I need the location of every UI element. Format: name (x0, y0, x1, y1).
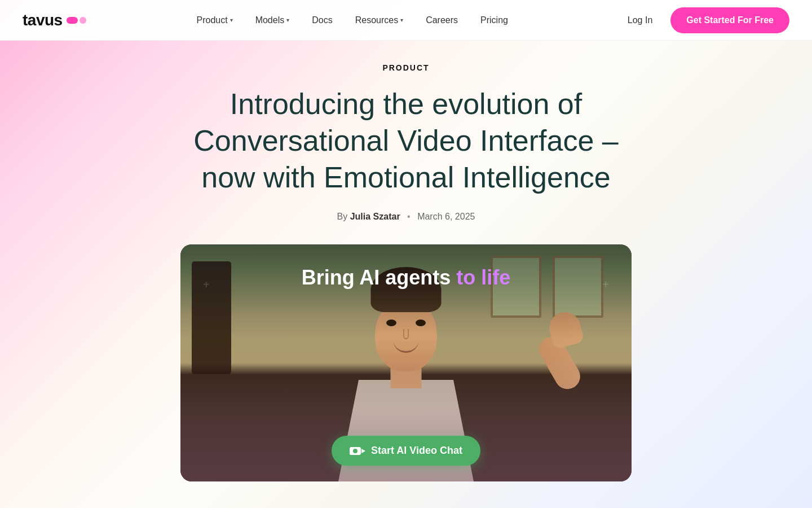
nav-label-pricing: Pricing (480, 15, 508, 25)
chevron-down-icon-resources: ▾ (400, 17, 403, 23)
main-content: PRODUCT Introducing the evolution of Con… (0, 0, 812, 508)
nav-item-models[interactable]: Models ▾ (246, 11, 299, 30)
hero-title: Introducing the evolution of Conversatio… (175, 86, 637, 196)
login-button[interactable]: Log In (619, 11, 661, 30)
svg-marker-2 (361, 449, 365, 453)
get-started-button[interactable]: Get Started For Free (670, 7, 789, 33)
nav-label-docs: Docs (312, 15, 332, 25)
nav-item-docs[interactable]: Docs (303, 11, 341, 30)
video-title-container: Bring AI agents to life (180, 266, 632, 290)
chat-button-container: Start AI Video Chat (332, 436, 480, 466)
nav-item-pricing[interactable]: Pricing (471, 11, 517, 30)
video-title-text: Bring AI agents to life (302, 266, 511, 289)
nav-label-careers: Careers (426, 15, 458, 25)
camera-svg (350, 445, 365, 457)
byline-separator: • (407, 212, 411, 221)
chat-button-label: Start AI Video Chat (371, 445, 462, 457)
logo[interactable]: tavus (23, 11, 86, 29)
nav-label-product: Product (197, 15, 228, 25)
video-title-highlight: to life (456, 266, 510, 289)
header-right: Log In Get Started For Free (619, 7, 789, 33)
chevron-down-icon-product: ▾ (230, 17, 233, 23)
start-ai-video-chat-button[interactable]: Start AI Video Chat (332, 436, 480, 466)
nav-item-product[interactable]: Product ▾ (188, 11, 242, 30)
logo-icon (67, 17, 86, 24)
nav-item-careers[interactable]: Careers (417, 11, 467, 30)
logo-text: tavus (23, 11, 63, 29)
logo-pill-1 (67, 17, 78, 24)
video-card: + + Bring AI agents to life (180, 244, 632, 481)
article-byline: By Julia Szatar • March 6, 2025 (337, 212, 475, 222)
nav: Product ▾ Models ▾ Docs Resources ▾ Care… (188, 11, 517, 30)
article-date: March 6, 2025 (417, 212, 475, 221)
category-label: PRODUCT (382, 63, 429, 72)
header: tavus Product ▾ Models ▾ Docs Resources … (0, 0, 812, 41)
logo-pill-2 (80, 17, 86, 24)
chevron-down-icon-models: ▾ (286, 17, 289, 23)
nav-item-resources[interactable]: Resources ▾ (346, 11, 412, 30)
svg-point-1 (353, 449, 358, 453)
author-prefix: By (337, 212, 348, 221)
camera-icon (350, 445, 365, 457)
hero-section: PRODUCT Introducing the evolution of Con… (0, 41, 812, 481)
author-name: Julia Szatar (350, 212, 400, 221)
nav-label-models: Models (255, 15, 285, 25)
nav-label-resources: Resources (355, 15, 398, 25)
